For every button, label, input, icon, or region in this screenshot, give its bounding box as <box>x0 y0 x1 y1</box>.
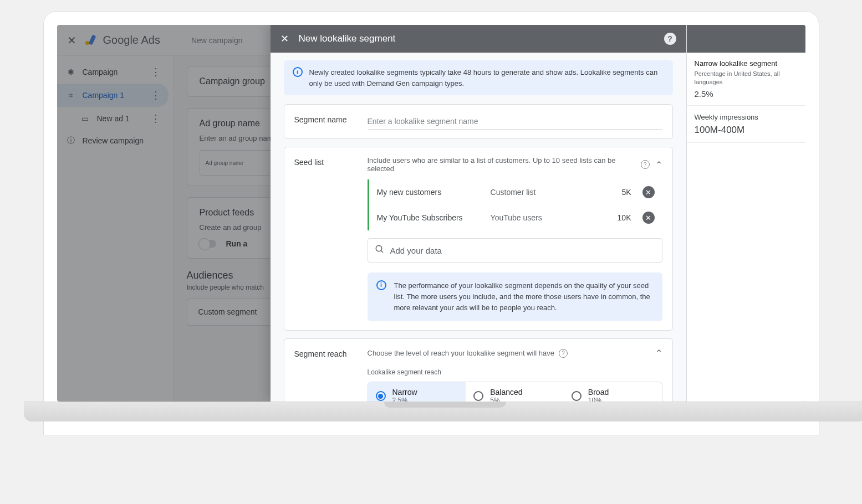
impressions-value: 100M-400M <box>695 125 798 136</box>
seed-list-item: My new customers Customer list 5K ✕ <box>369 179 662 205</box>
summary-impressions: Weekly impressions 100M-400M <box>687 106 805 143</box>
add-data-search[interactable]: Add your data <box>368 238 662 263</box>
close-icon[interactable]: ✕ <box>280 33 289 45</box>
info-icon: i <box>376 280 386 290</box>
impressions-title: Weekly impressions <box>695 112 798 122</box>
summary-sub: Percentage in United States, all languag… <box>695 70 798 87</box>
seed-count: 5K <box>590 188 631 197</box>
radio-icon <box>473 391 483 401</box>
option-pct: 10% <box>588 397 609 402</box>
reach-option-balanced[interactable]: Balanced 5% <box>466 382 564 402</box>
segment-name-input[interactable] <box>368 114 662 130</box>
segment-name-label: Segment name <box>294 114 355 130</box>
svg-line-1 <box>381 250 383 253</box>
seed-count: 10K <box>590 213 631 222</box>
reach-sublabel: Lookalike segment reach <box>368 368 662 376</box>
seed-list: My new customers Customer list 5K ✕ My Y… <box>368 179 662 230</box>
summary-title: Narrow lookalike segment <box>695 59 798 68</box>
chevron-up-icon[interactable]: ⌃ <box>655 160 662 170</box>
info-text: Newly created lookalike segments typical… <box>309 67 664 89</box>
option-pct: 2.5% <box>392 397 417 402</box>
seed-list-card: Seed list Include users who are similar … <box>284 147 673 331</box>
seed-type: Customer list <box>491 188 585 197</box>
drawer-title: New lookalike segment <box>299 33 396 44</box>
segment-name-card: Segment name <box>284 104 673 139</box>
help-icon[interactable]: ? <box>664 33 676 45</box>
seed-name: My new customers <box>377 188 485 197</box>
seed-name: My YouTube Subscribers <box>377 213 485 222</box>
laptop-frame: ✕ Google Ads New campaign ✱Campaign ⋮ ⌗C… <box>43 11 819 435</box>
reach-option-narrow[interactable]: Narrow 2.5% <box>368 382 466 402</box>
svg-point-0 <box>376 245 382 251</box>
tip-text: The performance of your lookalike segmen… <box>394 280 654 313</box>
option-title: Broad <box>588 388 609 397</box>
chevron-up-icon[interactable]: ⌃ <box>655 348 662 358</box>
summary-narrow: Narrow lookalike segment Percentage in U… <box>687 53 805 106</box>
radio-icon <box>572 391 582 401</box>
segment-reach-card: Segment reach Choose the level of reach … <box>284 338 673 402</box>
radio-icon <box>376 391 386 401</box>
reach-desc: Choose the level of reach your lookalike… <box>368 349 554 357</box>
remove-seed-icon[interactable]: ✕ <box>642 186 655 198</box>
seed-tip: i The performance of your lookalike segm… <box>368 272 662 321</box>
summary-value: 2.5% <box>695 89 798 99</box>
laptop-base <box>24 402 863 421</box>
app-viewport: ✕ Google Ads New campaign ✱Campaign ⋮ ⌗C… <box>57 25 805 402</box>
option-title: Narrow <box>392 388 417 397</box>
seed-desc: Include users who are similar to a list … <box>368 156 635 173</box>
search-icon <box>375 244 385 256</box>
option-pct: 5% <box>490 397 522 402</box>
reach-label: Segment reach <box>294 348 355 402</box>
reach-options: Narrow 2.5% Balanced 5% <box>368 382 662 402</box>
seed-type: YouTube users <box>491 213 585 222</box>
info-banner: i Newly created lookalike segments typic… <box>284 60 673 95</box>
option-title: Balanced <box>490 388 522 397</box>
drawer-summary: Narrow lookalike segment Percentage in U… <box>686 25 805 402</box>
help-icon[interactable]: ? <box>559 349 568 358</box>
drawer-header: ✕ New lookalike segment ? <box>271 25 686 53</box>
help-icon[interactable]: ? <box>641 160 650 169</box>
lookalike-drawer: ✕ New lookalike segment ? i Newly create… <box>271 25 805 402</box>
seed-list-item: My YouTube Subscribers YouTube users 10K… <box>369 205 662 230</box>
info-icon: i <box>293 67 303 77</box>
reach-option-broad[interactable]: Broad 10% <box>564 382 662 402</box>
remove-seed-icon[interactable]: ✕ <box>642 212 655 224</box>
seed-list-label: Seed list <box>294 156 355 321</box>
search-placeholder: Add your data <box>390 246 442 255</box>
